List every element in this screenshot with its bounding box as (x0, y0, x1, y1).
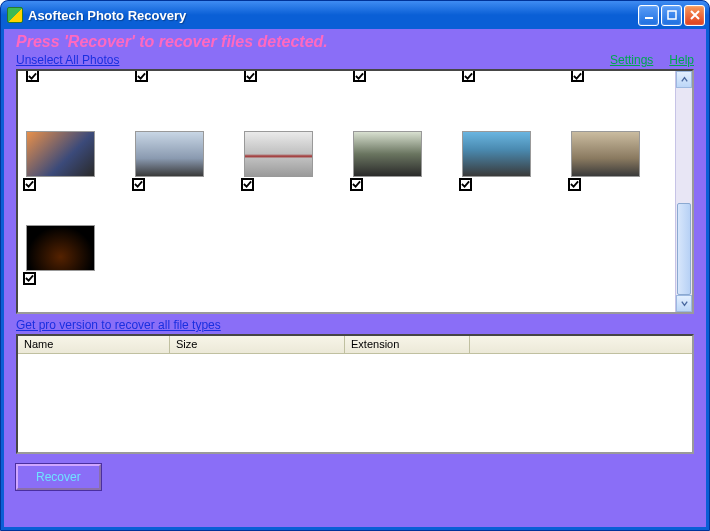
unselect-all-link[interactable]: Unselect All Photos (16, 53, 119, 67)
photo-checkbox[interactable] (135, 69, 148, 82)
grid-cell[interactable] (353, 131, 422, 177)
grid-cell[interactable] (26, 225, 95, 271)
app-window: Asoftech Photo Recovery Press 'Recover' … (0, 0, 710, 531)
pro-version-link[interactable]: Get pro version to recover all file type… (16, 318, 221, 332)
photo-checkbox[interactable] (571, 69, 584, 82)
col-name[interactable]: Name (18, 336, 170, 353)
grid-cell[interactable] (571, 69, 640, 83)
photo-checkbox[interactable] (241, 178, 254, 191)
titlebar: Asoftech Photo Recovery (1, 1, 709, 29)
grid-cell[interactable] (353, 69, 422, 83)
check-icon (464, 71, 473, 81)
minimize-button[interactable] (638, 5, 659, 26)
pro-link-row: Get pro version to recover all file type… (16, 318, 694, 332)
photo-checkbox[interactable] (353, 69, 366, 82)
check-icon (25, 273, 34, 283)
check-icon (137, 71, 146, 81)
check-icon (25, 179, 34, 189)
vertical-scrollbar[interactable] (675, 71, 692, 312)
maximize-icon (666, 9, 678, 21)
photo-thumbnail[interactable] (353, 131, 422, 177)
grid-row (26, 225, 667, 271)
linkbar: Unselect All Photos Settings Help (16, 53, 694, 67)
maximize-button[interactable] (661, 5, 682, 26)
chevron-up-icon (680, 75, 689, 84)
photo-thumbnail[interactable] (135, 131, 204, 177)
grid-cell[interactable] (462, 131, 531, 177)
scroll-up-button[interactable] (676, 71, 692, 88)
grid-cell[interactable] (244, 131, 313, 177)
scroll-down-button[interactable] (676, 295, 692, 312)
photo-checkbox[interactable] (23, 272, 36, 285)
check-icon (573, 71, 582, 81)
photo-thumbnail[interactable] (26, 225, 95, 271)
app-icon (7, 7, 23, 23)
close-button[interactable] (684, 5, 705, 26)
client-area: Press 'Recover' to recover files detecte… (1, 29, 709, 530)
help-link[interactable]: Help (669, 53, 694, 67)
photo-thumbnail[interactable] (26, 131, 95, 177)
col-filler (470, 336, 692, 353)
grid-cell[interactable] (26, 69, 95, 83)
photo-grid-panel (16, 69, 694, 314)
col-extension[interactable]: Extension (345, 336, 470, 353)
photo-checkbox[interactable] (350, 178, 363, 191)
col-size[interactable]: Size (170, 336, 345, 353)
check-icon (243, 179, 252, 189)
close-icon (689, 9, 701, 21)
scrollbar-thumb[interactable] (677, 203, 691, 295)
chevron-down-icon (680, 299, 689, 308)
check-icon (134, 179, 143, 189)
photo-checkbox[interactable] (459, 178, 472, 191)
settings-link[interactable]: Settings (610, 53, 653, 67)
details-header: Name Size Extension (18, 336, 692, 354)
check-icon (570, 179, 579, 189)
details-body (18, 354, 692, 452)
check-icon (352, 179, 361, 189)
photo-grid (18, 71, 675, 312)
check-icon (461, 179, 470, 189)
grid-cell[interactable] (135, 69, 204, 83)
photo-checkbox[interactable] (244, 69, 257, 82)
photo-checkbox[interactable] (23, 178, 36, 191)
photo-checkbox[interactable] (568, 178, 581, 191)
check-icon (355, 71, 364, 81)
scrollbar-track[interactable] (676, 88, 692, 295)
grid-cell[interactable] (462, 69, 531, 83)
grid-cell[interactable] (571, 131, 640, 177)
recover-button[interactable]: Recover (16, 464, 101, 490)
minimize-icon (643, 9, 655, 21)
photo-thumbnail[interactable] (571, 131, 640, 177)
grid-cell[interactable] (135, 131, 204, 177)
svg-rect-0 (645, 17, 653, 19)
grid-row (26, 131, 667, 177)
details-panel: Name Size Extension (16, 334, 694, 454)
grid-cell[interactable] (244, 69, 313, 83)
grid-row (26, 69, 667, 83)
photo-thumbnail[interactable] (244, 131, 313, 177)
svg-rect-1 (668, 11, 676, 19)
check-icon (28, 71, 37, 81)
window-title: Asoftech Photo Recovery (28, 8, 636, 23)
photo-checkbox[interactable] (26, 69, 39, 82)
grid-cell[interactable] (26, 131, 95, 177)
photo-checkbox[interactable] (132, 178, 145, 191)
footer: Recover (16, 464, 694, 490)
photo-thumbnail[interactable] (462, 131, 531, 177)
banner-text: Press 'Recover' to recover files detecte… (16, 33, 694, 51)
photo-checkbox[interactable] (462, 69, 475, 82)
check-icon (246, 71, 255, 81)
